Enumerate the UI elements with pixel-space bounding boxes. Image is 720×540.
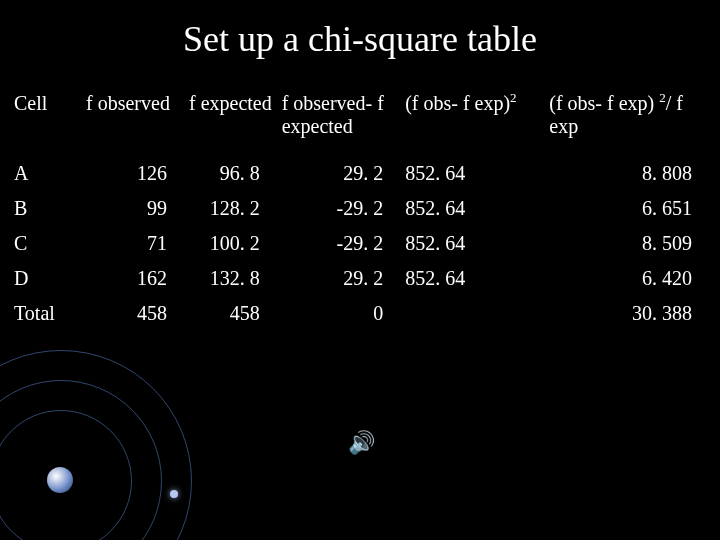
cell-ratio: 6. 420 [545,261,710,296]
table-body: A 126 96. 8 29. 2 852. 64 8. 808 B 99 12… [10,156,710,331]
header-squared: (f obs- f exp)2 [401,86,545,156]
speaker-icon: 🔊 [348,430,375,456]
header-squared-text: (f obs- f exp) [405,92,510,114]
cell-fobs: 71 [82,226,185,261]
header-diff: f observed- f expected [278,86,402,156]
cell-sq: 852. 64 [401,191,545,226]
atom-orbit-decoration [0,350,190,540]
cell-fobs: 162 [82,261,185,296]
cell-fobs: 126 [82,156,185,191]
table-row: A 126 96. 8 29. 2 852. 64 8. 808 [10,156,710,191]
cell-label: C [10,226,82,261]
cell-sq: 852. 64 [401,156,545,191]
table-row-total: Total 458 458 0 30. 388 [10,296,710,331]
header-cell: Cell [10,86,82,156]
slide-title: Set up a chi-square table [0,0,720,86]
cell-diff: 29. 2 [278,261,402,296]
cell-label: D [10,261,82,296]
header-squared-sup: 2 [510,90,517,105]
header-ratio: (f obs- f exp) 2/ f exp [545,86,710,156]
cell-diff: -29. 2 [278,191,402,226]
cell-fexp: 132. 8 [185,261,278,296]
cell-ratio: 8. 808 [545,156,710,191]
cell-diff: 29. 2 [278,156,402,191]
table-row: B 99 128. 2 -29. 2 852. 64 6. 651 [10,191,710,226]
table-row: D 162 132. 8 29. 2 852. 64 6. 420 [10,261,710,296]
cell-fexp: 458 [185,296,278,331]
chi-square-table: Cell f observed f expected f observed- f… [10,86,710,331]
cell-sq: 852. 64 [401,261,545,296]
cell-fexp: 96. 8 [185,156,278,191]
header-f-observed: f observed [82,86,185,156]
cell-fexp: 100. 2 [185,226,278,261]
cell-diff: 0 [278,296,402,331]
cell-fobs: 99 [82,191,185,226]
table-header-row: Cell f observed f expected f observed- f… [10,86,710,156]
cell-sq: 852. 64 [401,226,545,261]
cell-label: B [10,191,82,226]
cell-fexp: 128. 2 [185,191,278,226]
cell-ratio: 30. 388 [545,296,710,331]
table-row: C 71 100. 2 -29. 2 852. 64 8. 509 [10,226,710,261]
cell-label: A [10,156,82,191]
header-f-expected: f expected [185,86,278,156]
cell-ratio: 6. 651 [545,191,710,226]
cell-label: Total [10,296,82,331]
slide: Set up a chi-square table Cell f observe… [0,0,720,540]
cell-fobs: 458 [82,296,185,331]
cell-diff: -29. 2 [278,226,402,261]
cell-ratio: 8. 509 [545,226,710,261]
cell-sq [401,296,545,331]
header-ratio-text: (f obs- f exp) [549,92,659,114]
